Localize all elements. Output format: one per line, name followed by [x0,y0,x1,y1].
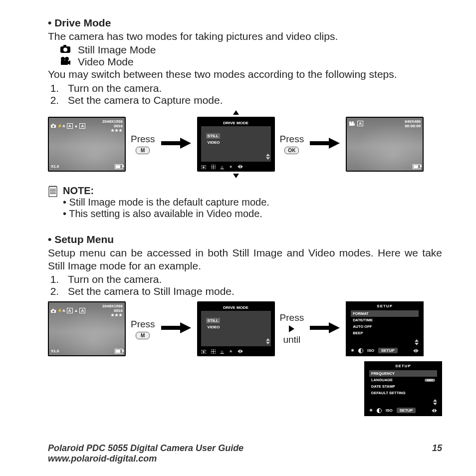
lcd-video-preview: A 640X480 00:00:09 [346,117,424,172]
page-number: 15 [432,443,442,454]
setup-tab-chip-2: SETUP [397,408,416,413]
lcd2-a2: A [79,308,85,313]
video-mode-label: Video Mode [78,56,134,68]
press-label-3: Press [131,319,155,330]
setup2-language[interactable]: LANGUAGE ABC [369,377,437,383]
abc-chip: ABC [425,379,435,382]
menu2-still[interactable]: STILL [206,318,220,323]
menu-still[interactable]: STILL [206,133,220,139]
iso-tab: ISO [367,348,374,353]
menu-video[interactable]: VIDEO [206,140,266,145]
footer-url: www.polaroid-digital.com [48,454,157,464]
lcd-a1: A [67,123,73,129]
setup2-default[interactable]: DEFAULT SETTING [369,390,437,396]
note-bullet-2: • This setting is also available in Vide… [63,208,269,220]
svg-rect-23 [52,309,54,310]
setup1-datetime[interactable]: DATE/TIME [351,317,419,323]
lcd-res: 2048X1536 [102,119,123,124]
setup-screen-2: SETUP FREQUENCY LANGUAGE ABC DATE STAMP … [364,361,442,416]
lcd-video-a: A [357,121,363,126]
setup-step-2: Set the camera to Still Image mode. [62,285,442,297]
m-button[interactable]: M [136,147,150,154]
setup1-autooff[interactable]: AUTO OFF [351,323,419,330]
drive-mode-menu-screen: DRIVE MODE STILL VIDEO ☼ ☀ [197,117,275,172]
battery-icon-2 [413,164,421,169]
lcd-zoom: X1.0 [51,164,59,169]
menu2-title: DRIVE MODE [201,304,271,311]
svg-rect-7 [52,124,54,125]
note-bullet-1: • Still Image mode is the default captur… [63,197,269,208]
camera-icon [60,44,71,56]
video-mode-row: Video Mode [60,56,442,68]
svg-point-8 [52,125,54,127]
drive-mode-menu-screen-2: DRIVE MODE STILL VIDEO ☼ ☀ [197,301,275,356]
arrow-right-4 [309,321,341,337]
lcd-video-time: 00:00:09 [405,124,421,128]
press-label-4: Press [280,312,304,323]
lcd-still-preview-2: ⚡A A ▲ A 2048X1536 0016 ★★★ X1.0 [48,301,126,356]
tab-exposure-icon: ☼ [221,165,224,169]
press-label-1: Press [131,134,155,145]
setup2-frequency[interactable]: FREQUENCY [369,370,437,377]
peak-icon-2: ▲ [74,308,78,313]
bright-tab-icon-2: ☀ [369,408,373,413]
m-button-2[interactable]: M [136,332,150,339]
setup1-title: SETUP [347,302,423,310]
arrow-right-3 [160,321,192,337]
up-arrow-icon [233,110,239,115]
lcd-still-preview: ⚡A A ▲ A 2048X1536 0016 ★★★ X1.0 [48,117,126,172]
video-mini-icon [349,121,355,126]
footer-title: Polaroid PDC 5055 Digital Camera User Gu… [48,443,243,454]
drive-intro: The camera has two modes for taking pict… [48,30,442,43]
press-label-2: Press [280,134,304,145]
lcd-a2: A [79,123,85,129]
iso-tab-2: ISO [386,408,393,413]
setup-diagram: ⚡A A ▲ A 2048X1536 0016 ★★★ X1.0 Press M [48,301,442,356]
tab-grid-icon [211,165,216,169]
right-arrow-icon[interactable] [289,325,294,332]
bright-tab-icon: ☀ [351,348,354,353]
svg-point-24 [52,310,54,312]
note-title: NOTE: [63,185,269,197]
until-label: until [283,334,300,345]
lcd2-a1: A [67,308,73,313]
drive-mode-heading: • Drive Mode [48,17,442,29]
battery-icon [115,164,123,169]
menu-title: DRIVE MODE [201,120,271,126]
lcd2-count: 0016 [102,308,123,313]
drive-diagram: ⚡A A ▲ A 2048X1536 0016 ★★★ X1.0 Press M [48,110,442,178]
note-block: NOTE: • Still Image mode is the default … [48,185,442,220]
camera-mini-icon [51,124,56,128]
svg-point-10 [203,166,205,168]
setup1-format[interactable]: FORMAT [351,310,419,317]
notepad-icon [48,185,58,199]
svg-rect-16 [349,123,353,126]
svg-point-3 [61,57,65,61]
setup-steps: Turn on the camera. Set the camera to St… [48,273,442,297]
battery-icon-3 [115,349,123,354]
contrast-tab-icon [358,348,363,353]
drive-switch-text: You may switch between these two modes a… [48,68,442,81]
menu2-video[interactable]: VIDEO [206,324,266,330]
setup-intro: Setup menu can be accessed in both Still… [48,246,442,273]
setup2-datestamp[interactable]: DATE STAMP [369,383,437,390]
drive-step-2: Set the camera to Capture mode. [62,94,442,106]
setup-heading: • Setup Menu [48,234,442,245]
setup1-beep[interactable]: BEEP [351,330,419,336]
svg-rect-1 [63,45,66,47]
setup-step-1: Turn on the camera. [62,273,442,285]
arrow-right-2 [309,136,341,152]
lcd-flash: ⚡A [57,124,65,128]
svg-rect-5 [61,60,68,65]
still-mode-row: Still Image Mode [60,44,442,56]
lcd2-zoom: X1.0 [51,349,59,354]
svg-point-2 [63,48,67,52]
tab-bright-icon: ☀ [229,165,233,169]
ok-button[interactable]: OK [284,147,299,154]
svg-point-4 [65,57,69,61]
svg-point-26 [203,351,205,353]
down-arrow-icon [233,174,239,178]
setup-tab-chip: SETUP [378,348,398,353]
lcd-count: 0016 [102,124,123,128]
svg-rect-17 [49,187,57,197]
